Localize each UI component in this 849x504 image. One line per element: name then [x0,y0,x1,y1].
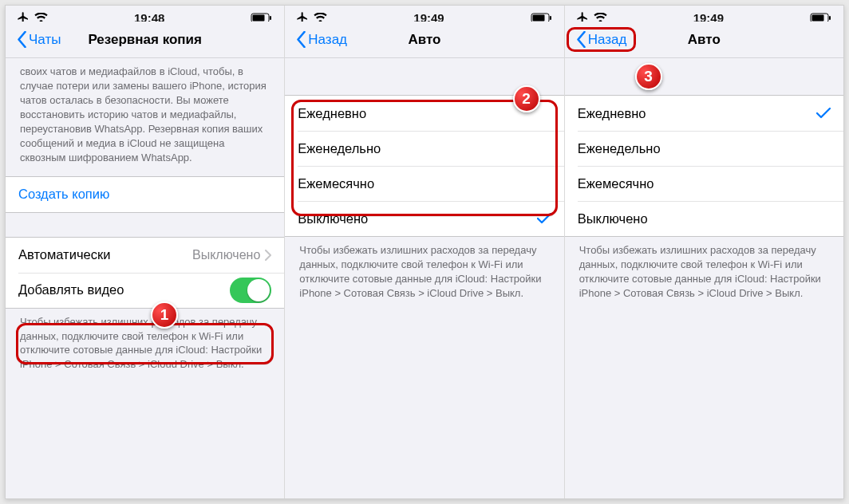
option-label: Ежедневно [298,106,551,121]
option-label: Выключено [578,211,831,226]
create-backup-row[interactable]: Создать копию [6,177,284,212]
include-video-toggle[interactable] [230,278,271,303]
footer-note: Чтобы избежать излишних расходов за пере… [6,309,284,384]
auto-backup-label: Автоматически [18,247,192,262]
callout-marker-1: 1 [151,301,178,329]
option-label: Ежемесячно [578,176,831,191]
nav-back-label: Чаты [29,32,61,48]
nav-bar: Чаты Резервная копия [6,22,284,58]
option-daily[interactable]: Ежедневно [565,96,843,131]
include-video-row[interactable]: Добавлять видео [6,273,284,308]
callout-marker-3: 3 [635,63,662,90]
svg-rect-4 [532,14,544,21]
option-weekly[interactable]: Еженедельно [285,131,563,166]
option-off[interactable]: Выключено [565,201,843,236]
phone-panel-1: 19:48 Чаты Резервная копия своих чатов и… [6,6,285,498]
option-off[interactable]: Выключено [285,201,563,236]
footer-note: Чтобы избежать излишних расходов за пере… [565,237,843,312]
backup-options-group: Автоматически Выключено Добавлять видео [6,237,284,309]
svg-rect-5 [550,16,551,20]
settings-content: Ежедневно Еженедельно Ежемесячно Выключе… [285,58,563,498]
option-monthly[interactable]: Ежемесячно [565,166,843,201]
option-label: Выключено [298,211,536,226]
status-bar: 19:48 [6,6,284,22]
svg-rect-1 [253,14,265,21]
chevron-right-icon [265,250,271,261]
footer-note: Чтобы избежать излишних расходов за пере… [285,237,563,312]
callout-marker-2: 2 [513,85,540,112]
nav-back-button[interactable]: Чаты [12,30,65,49]
settings-content: своих чатов и медиафайлов в iCloud, чтоб… [6,58,284,498]
check-icon [537,213,551,224]
status-bar: 19:49 [285,6,563,22]
backup-description: своих чатов и медиафайлов в iCloud, чтоб… [6,58,284,176]
svg-rect-2 [270,16,271,20]
auto-backup-value: Выключено [192,248,260,262]
frequency-group: Ежедневно Еженедельно Ежемесячно Выключе… [565,95,843,237]
include-video-label: Добавлять видео [18,282,230,297]
create-backup-label: Создать копию [18,187,271,202]
option-weekly[interactable]: Еженедельно [565,131,843,166]
nav-back-label: Назад [308,32,347,48]
create-backup-group: Создать копию [6,176,284,213]
svg-rect-8 [829,16,831,20]
nav-bar: Назад Авто [565,22,843,58]
frequency-group: Ежедневно Еженедельно Ежемесячно Выключе… [285,95,563,237]
check-icon [816,108,831,119]
option-label: Ежедневно [578,106,816,121]
auto-backup-row[interactable]: Автоматически Выключено [6,238,284,273]
settings-content: Ежедневно Еженедельно Ежемесячно Выключе… [565,58,843,498]
nav-bar: Назад Авто [285,22,563,58]
svg-rect-7 [811,14,823,21]
phone-panel-2: 19:49 Назад Авто Ежедневно Еженедельно [285,6,564,498]
nav-back-button[interactable]: Назад [571,30,632,49]
option-label: Еженедельно [578,141,831,156]
option-label: Ежемесячно [298,176,551,191]
nav-back-label: Назад [588,32,627,48]
option-monthly[interactable]: Ежемесячно [285,166,563,201]
phone-panel-3: 19:49 Назад Авто Ежедневно [565,6,843,498]
status-bar: 19:49 [565,6,843,22]
nav-back-button[interactable]: Назад [291,30,352,49]
option-label: Еженедельно [298,141,551,156]
